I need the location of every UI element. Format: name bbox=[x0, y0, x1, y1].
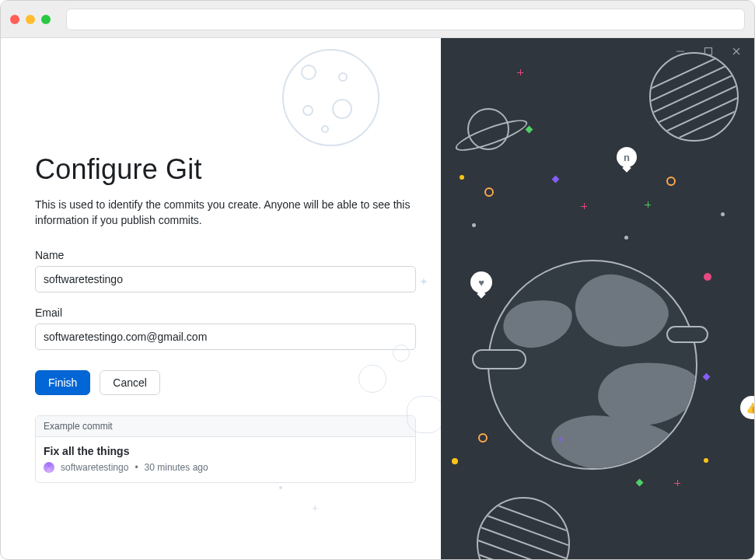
diamond-icon bbox=[552, 176, 560, 184]
sparkle-icon bbox=[674, 480, 680, 486]
diamond-icon bbox=[526, 126, 533, 134]
planet-icon bbox=[477, 497, 570, 559]
finish-button[interactable]: Finish bbox=[35, 370, 90, 395]
heart-bubble-icon: ♥ bbox=[470, 271, 492, 293]
page-description: This is used to identify the commits you… bbox=[35, 197, 416, 229]
dot-icon bbox=[704, 273, 711, 281]
code-bubble-icon: n bbox=[617, 147, 637, 167]
diamond-icon bbox=[636, 479, 644, 487]
decorative-satellite-icon bbox=[358, 365, 386, 393]
name-label: Name bbox=[35, 249, 441, 261]
moon-icon bbox=[282, 49, 379, 146]
plus-icon bbox=[645, 201, 651, 208]
dot-icon bbox=[460, 175, 464, 180]
sparkle-icon bbox=[581, 203, 587, 209]
diamond-icon bbox=[703, 373, 711, 381]
sparkle-icon bbox=[517, 69, 523, 75]
decorative-star-icon: ✦ bbox=[419, 275, 428, 288]
sparkle-icon bbox=[558, 436, 564, 443]
cloud-icon bbox=[472, 349, 526, 369]
cloud-icon bbox=[666, 326, 708, 343]
minimize-window-dot[interactable] bbox=[26, 15, 35, 24]
decorative-dot-icon bbox=[279, 486, 282, 489]
avatar-icon bbox=[44, 462, 54, 473]
browser-chrome bbox=[1, 1, 754, 38]
close-window-dot[interactable] bbox=[10, 15, 19, 24]
cancel-button[interactable]: Cancel bbox=[100, 370, 160, 395]
decorative-octopus-icon bbox=[407, 396, 441, 433]
example-commit-title: Fix all the things bbox=[44, 445, 407, 457]
ring-icon bbox=[478, 433, 488, 443]
close-icon[interactable] bbox=[731, 46, 742, 57]
ringed-planet-icon bbox=[467, 108, 509, 150]
name-input[interactable] bbox=[35, 266, 416, 292]
ring-icon bbox=[666, 177, 676, 186]
traffic-lights bbox=[10, 15, 51, 24]
example-commit-header: Example commit bbox=[36, 416, 415, 437]
separator: • bbox=[135, 462, 138, 473]
dot-icon bbox=[452, 458, 458, 464]
page-title: Configure Git bbox=[35, 153, 441, 186]
dot-icon bbox=[704, 458, 708, 463]
example-commit-time: 30 minutes ago bbox=[145, 462, 208, 473]
decorative-plus-icon: + bbox=[312, 502, 318, 514]
dot-icon bbox=[472, 223, 476, 227]
dot-icon bbox=[721, 212, 725, 216]
maximize-window-dot[interactable] bbox=[41, 15, 51, 24]
left-pane: ✦ + Configure Git This is used to identi… bbox=[1, 38, 441, 559]
example-commit-card: Example commit Fix all the things softwa… bbox=[35, 415, 416, 483]
right-illustration-pane: n ♥ 👍 bbox=[441, 38, 754, 559]
email-label: Email bbox=[35, 306, 441, 319]
example-commit-author: softwaretestingo bbox=[61, 462, 128, 473]
ring-icon bbox=[484, 187, 494, 197]
thumbs-up-bubble-icon: 👍 bbox=[740, 396, 754, 419]
planet-icon bbox=[649, 52, 739, 142]
email-input[interactable] bbox=[35, 324, 416, 350]
decorative-telescope-icon bbox=[393, 345, 410, 362]
address-bar[interactable] bbox=[66, 9, 745, 30]
dot-icon bbox=[624, 236, 628, 240]
